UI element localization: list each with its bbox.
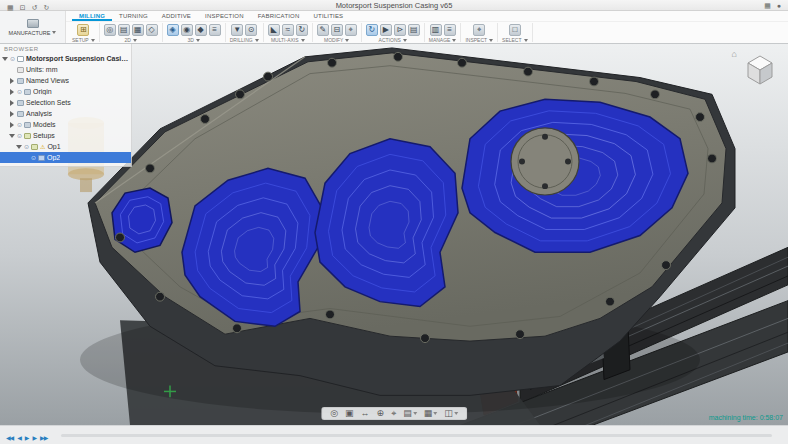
pocket-clearing-icon[interactable]: ◉ (181, 24, 193, 36)
parallel-icon[interactable]: ≡ (209, 24, 221, 36)
rotary-icon[interactable]: ↻ (296, 24, 308, 36)
timeline-track[interactable] (61, 434, 772, 437)
collapse-arrow-icon[interactable] (10, 122, 14, 128)
browser-row-op2[interactable]: ⊙Op2 (0, 152, 131, 163)
collapse-arrow-icon[interactable] (10, 78, 14, 84)
ribbon-group-label-select[interactable]: SELECT (502, 36, 527, 43)
play-icon[interactable]: ▶ (25, 435, 29, 441)
go-to-end-icon[interactable]: ▶▶ (40, 435, 47, 441)
tab-utilities[interactable]: UTILITIES (307, 11, 351, 21)
zoom-icon[interactable]: ⊕ (377, 409, 385, 418)
title-bar-right-icons: ▦● (761, 1, 784, 10)
workspace-switcher[interactable]: MANUFACTURE (0, 11, 66, 43)
folder-icon (24, 122, 31, 128)
ribbon-group-label-multi-axis[interactable]: MULTI-AXIS (268, 36, 308, 43)
viewports-icon[interactable]: ◫ (444, 409, 458, 418)
view-cube-icon[interactable] (740, 49, 780, 89)
viewport[interactable]: BROWSER ⊙Motorsport Suspension Casing v6… (0, 44, 788, 425)
look-at-icon[interactable]: ▣ (345, 409, 354, 418)
flow-icon[interactable]: ≈ (282, 24, 294, 36)
expand-arrow-icon[interactable] (9, 134, 15, 138)
browser-row-motorsport-suspension-casing-v65[interactable]: ⊙Motorsport Suspension Casing v65 (0, 53, 131, 64)
visibility-eye-icon[interactable]: ⊙ (31, 155, 36, 161)
coordinate-system-icon[interactable]: ⌖ (345, 24, 357, 36)
browser-row-analysis[interactable]: Analysis (0, 108, 131, 119)
application-grid-icon[interactable]: ▦ (7, 4, 14, 11)
generate-toolpath-icon[interactable]: ↻ (366, 24, 378, 36)
adaptive-clearing-icon[interactable]: ◈ (167, 24, 179, 36)
visibility-eye-icon[interactable]: ⊙ (17, 122, 22, 128)
browser-row-label: Units: mm (26, 66, 58, 73)
ribbon-group-label-modify[interactable]: MODIFY (317, 36, 357, 43)
edit-toolpath-icon[interactable]: ✎ (317, 24, 329, 36)
browser-row-selection-sets[interactable]: Selection Sets (0, 97, 131, 108)
expand-arrow-icon[interactable] (16, 145, 22, 149)
face-icon[interactable]: ▦ (132, 24, 144, 36)
simulate-icon[interactable]: ▶ (380, 24, 392, 36)
save-icon[interactable]: ⊡ (20, 4, 26, 11)
home-view-icon[interactable]: ⌂ (732, 49, 737, 59)
ribbon-group-label-3d[interactable]: 3D (167, 36, 221, 43)
collapse-arrow-icon[interactable] (10, 111, 14, 117)
undo-icon[interactable]: ↺ (32, 4, 38, 11)
fit-icon[interactable]: ⌖ (391, 409, 396, 418)
ribbon-group-modify: ✎⊟⌖MODIFY (313, 23, 362, 42)
browser-row-models[interactable]: ⊙Models (0, 119, 131, 130)
2d-adaptive-icon[interactable]: ◎ (104, 24, 116, 36)
2d-contour-icon[interactable]: ◇ (146, 24, 158, 36)
browser-row-setups[interactable]: ⊙Setups (0, 130, 131, 141)
task-manager-icon[interactable]: ≡ (444, 24, 456, 36)
fixture-icon[interactable]: ⊟ (331, 24, 343, 36)
new-setup-icon[interactable]: ⊞ (77, 24, 89, 36)
visibility-eye-icon[interactable]: ⊙ (10, 56, 15, 62)
ribbon-group-label-manage[interactable]: MANAGE (429, 36, 457, 43)
steep-and-shallow-icon[interactable]: ◆ (195, 24, 207, 36)
tab-inspection[interactable]: INSPECTION (198, 11, 251, 21)
bore-icon[interactable]: ⊙ (245, 24, 257, 36)
drill-icon[interactable]: ▼ (231, 24, 243, 36)
ribbon-group-label-actions[interactable]: ACTIONS (366, 36, 420, 43)
2d-pocket-icon[interactable]: ▤ (118, 24, 130, 36)
tab-turning[interactable]: TURNING (112, 11, 155, 21)
grid-and-snaps-icon[interactable]: ▦ (424, 409, 438, 418)
tab-milling[interactable]: MILLING (72, 11, 112, 21)
browser-panel[interactable]: BROWSER ⊙Motorsport Suspension Casing v6… (0, 44, 132, 167)
timeline-playback-controls: ◀◀◀▶▶▶▶ (6, 426, 51, 444)
swarf-icon[interactable]: ◣ (268, 24, 280, 36)
tab-fabrication[interactable]: FABRICATION (251, 11, 307, 21)
browser-row-named-views[interactable]: Named Views (0, 75, 131, 86)
view-cube[interactable]: ⌂ (732, 49, 780, 89)
measure-icon[interactable]: ⌖ (473, 24, 485, 36)
ribbon-group-multi-axis: ◣≈↻MULTI-AXIS (264, 23, 313, 42)
browser-panel-header[interactable]: BROWSER (0, 44, 131, 53)
redo-icon[interactable]: ↻ (43, 4, 49, 11)
step-back-icon[interactable]: ◀ (17, 435, 21, 441)
visibility-eye-icon[interactable]: ⊙ (17, 89, 22, 95)
ribbon-group-label-setup[interactable]: SETUP (72, 36, 95, 43)
go-to-start-icon[interactable]: ◀◀ (6, 435, 13, 441)
step-forward-icon[interactable]: ▶ (32, 435, 36, 441)
tab-additive[interactable]: ADDITIVE (155, 11, 198, 21)
ribbon-main: MILLINGTURNINGADDITIVEINSPECTIONFABRICAT… (66, 11, 788, 43)
pan-icon[interactable]: ↔ (361, 409, 370, 418)
visibility-eye-icon[interactable]: ⊙ (24, 144, 29, 150)
ribbon-group-label-drilling[interactable]: DRILLING (230, 36, 259, 43)
browser-row-op1[interactable]: ⊙⚠Op1 (0, 141, 131, 152)
tool-library-icon[interactable]: ▥ (430, 24, 442, 36)
select-icon[interactable]: □ (509, 24, 521, 36)
setup-sheet-icon[interactable]: ▤ (408, 24, 420, 36)
display-settings-icon[interactable]: ▤ (403, 409, 417, 418)
extensions-icon[interactable]: ▦ (764, 1, 771, 10)
browser-row-origin[interactable]: ⊙Origin (0, 86, 131, 97)
folder-icon (24, 89, 31, 95)
post-process-icon[interactable]: ⊳ (394, 24, 406, 36)
profile-icon[interactable]: ● (777, 1, 781, 10)
browser-row-units-mm[interactable]: Units: mm (0, 64, 131, 75)
ribbon-group-label-inspect[interactable]: INSPECT (465, 36, 493, 43)
orbit-icon[interactable]: ◎ (330, 409, 338, 418)
collapse-arrow-icon[interactable] (10, 100, 14, 106)
collapse-arrow-icon[interactable] (10, 89, 14, 95)
ribbon-group-label-2d[interactable]: 2D (104, 36, 158, 43)
visibility-eye-icon[interactable]: ⊙ (17, 133, 22, 139)
expand-arrow-icon[interactable] (2, 57, 8, 61)
